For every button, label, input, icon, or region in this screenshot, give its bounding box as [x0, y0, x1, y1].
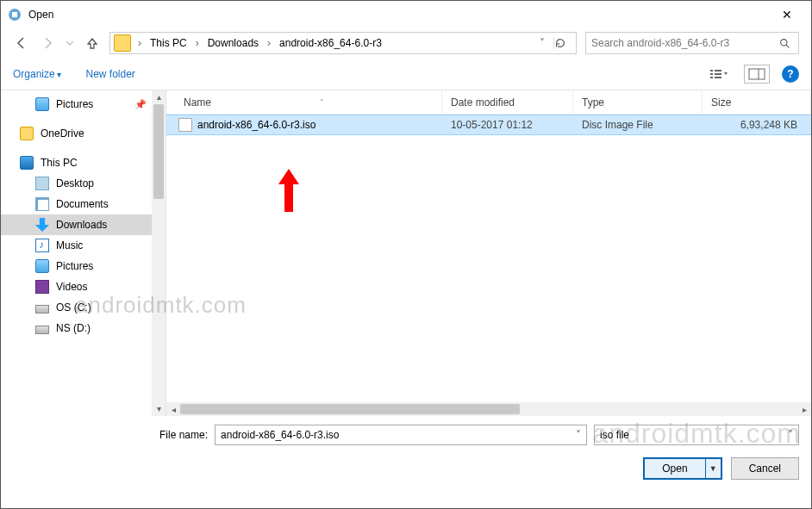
toolbar: Organize New folder ? [1, 58, 811, 90]
scroll-down-icon[interactable]: ▾ [157, 402, 161, 416]
sort-indicator-icon: ˄ [320, 98, 324, 107]
filter-dropdown-icon[interactable]: ˅ [788, 429, 793, 441]
refresh-button[interactable] [553, 37, 572, 49]
pictures-icon [35, 259, 49, 273]
scrollbar-track[interactable] [152, 104, 166, 402]
svg-rect-4 [710, 70, 713, 71]
folder-icon [114, 34, 131, 52]
file-size: 6,93,248 KB [703, 119, 811, 131]
svg-rect-6 [710, 77, 713, 78]
svg-rect-10 [749, 69, 765, 79]
svg-rect-5 [710, 73, 713, 75]
file-list: android-x86_64-6.0-r3.iso 10-05-2017 01:… [166, 115, 811, 402]
sidebar-item-label: Documents [56, 198, 109, 210]
sidebar-item-label: Videos [56, 281, 87, 293]
sidebar-item-desktop[interactable]: Desktop [1, 173, 152, 194]
pictures-icon [35, 97, 49, 111]
file-pane: Name ˄ Date modified Type Size android-x… [166, 90, 811, 416]
back-button[interactable] [13, 34, 30, 52]
sidebar-item-this-pc[interactable]: This PC [1, 152, 152, 173]
search-input[interactable]: Search android-x86_64-6.0-r3 [585, 32, 799, 54]
file-date: 10-05-2017 01:12 [442, 119, 573, 131]
title-bar: Open ✕ [1, 1, 811, 28]
open-button-dropdown[interactable]: ▼ [705, 459, 721, 478]
filename-label: File name: [159, 429, 208, 441]
column-name[interactable]: Name ˄ [166, 90, 442, 114]
scrollbar-thumb[interactable] [153, 104, 164, 199]
sidebar-item-label: Pictures [56, 98, 93, 110]
sidebar-item-documents[interactable]: Documents [1, 194, 152, 214]
address-dropdown[interactable]: ˅ [533, 37, 552, 49]
sidebar-item-onedrive[interactable]: OneDrive [1, 123, 152, 144]
column-date-label: Date modified [451, 96, 515, 109]
filename-value: android-x86_64-6.0-r3.iso [221, 429, 339, 441]
svg-rect-1 [12, 12, 17, 17]
scrollbar-track[interactable] [180, 402, 797, 416]
column-date[interactable]: Date modified [442, 90, 573, 114]
preview-pane-button[interactable] [744, 65, 770, 84]
view-options-button[interactable] [706, 65, 732, 84]
sidebar-scrollbar[interactable]: ▴ ▾ [152, 90, 166, 416]
open-button[interactable]: Open ▼ [643, 457, 721, 480]
filename-row: File name: android-x86_64-6.0-r3.iso ˅ i… [159, 425, 799, 445]
folder-tree: Pictures 📌 OneDrive This PC Desktop Docu… [1, 90, 152, 342]
scroll-right-icon[interactable]: ▸ [797, 405, 811, 414]
sidebar-item-music[interactable]: Music [1, 235, 152, 256]
chevron-right-icon[interactable]: › [194, 37, 201, 49]
nav-row: › This PC › Downloads › android-x86_64-6… [1, 28, 811, 58]
chevron-right-icon[interactable]: › [265, 37, 272, 49]
sidebar-item-label: Music [56, 239, 83, 251]
up-button[interactable] [84, 34, 101, 52]
main-area: Pictures 📌 OneDrive This PC Desktop Docu… [1, 90, 811, 416]
sidebar-item-pictures-2[interactable]: Pictures [1, 256, 152, 276]
scrollbar-thumb[interactable] [180, 404, 520, 414]
new-folder-button[interactable]: New folder [85, 68, 134, 80]
recent-dropdown[interactable] [65, 34, 75, 52]
breadcrumb-current[interactable]: android-x86_64-6.0-r3 [274, 35, 387, 51]
breadcrumb-downloads[interactable]: Downloads [203, 35, 264, 51]
filter-value: iso file [600, 429, 629, 441]
forward-button[interactable] [39, 34, 56, 52]
music-icon [35, 239, 49, 252]
address-bar[interactable]: › This PC › Downloads › android-x86_64-6… [109, 32, 577, 54]
cancel-button[interactable]: Cancel [731, 457, 799, 480]
videos-icon [35, 280, 49, 294]
sidebar-item-label: OneDrive [41, 127, 84, 140]
file-row[interactable]: android-x86_64-6.0-r3.iso 10-05-2017 01:… [166, 115, 811, 135]
sidebar-item-label: Desktop [56, 177, 94, 189]
chevron-right-icon[interactable]: › [136, 37, 143, 49]
sidebar-item-downloads[interactable]: Downloads [1, 214, 152, 235]
sidebar-item-ns-d[interactable]: NS (D:) [1, 318, 152, 338]
column-name-label: Name [184, 96, 211, 109]
svg-line-3 [786, 45, 789, 47]
column-headers: Name ˄ Date modified Type Size [166, 90, 811, 115]
search-placeholder: Search android-x86_64-6.0-r3 [591, 37, 779, 49]
file-name: android-x86_64-6.0-r3.iso [197, 119, 315, 131]
column-type-label: Type [582, 96, 604, 109]
sidebar-item-label: This PC [41, 157, 78, 169]
breadcrumb-this-pc[interactable]: This PC [145, 35, 192, 51]
horizontal-scrollbar[interactable]: ◂ ▸ [166, 402, 811, 416]
column-type[interactable]: Type [573, 90, 703, 114]
column-size-label: Size [711, 96, 731, 109]
organize-menu[interactable]: Organize [13, 68, 61, 80]
svg-rect-8 [715, 73, 721, 75]
open-button-label: Open [645, 462, 704, 475]
pin-icon: 📌 [134, 99, 147, 110]
close-button[interactable]: ✕ [770, 8, 804, 22]
this-pc-icon [20, 156, 34, 170]
documents-icon [35, 197, 49, 211]
sidebar-item-os-c[interactable]: OS (C:) [1, 297, 152, 318]
help-button[interactable]: ? [782, 65, 799, 83]
column-size[interactable]: Size [703, 90, 811, 114]
scroll-left-icon[interactable]: ◂ [166, 405, 180, 414]
window-title: Open [28, 9, 770, 21]
filename-dropdown-icon[interactable]: ˅ [576, 429, 581, 441]
file-type-filter[interactable]: iso file ˅ [594, 425, 799, 445]
disc-image-icon [178, 118, 192, 132]
scroll-up-icon[interactable]: ▴ [157, 90, 161, 104]
filename-input[interactable]: android-x86_64-6.0-r3.iso ˅ [215, 425, 587, 445]
sidebar-item-pictures[interactable]: Pictures 📌 [1, 94, 152, 115]
desktop-icon [35, 177, 49, 190]
sidebar-item-videos[interactable]: Videos [1, 276, 152, 297]
